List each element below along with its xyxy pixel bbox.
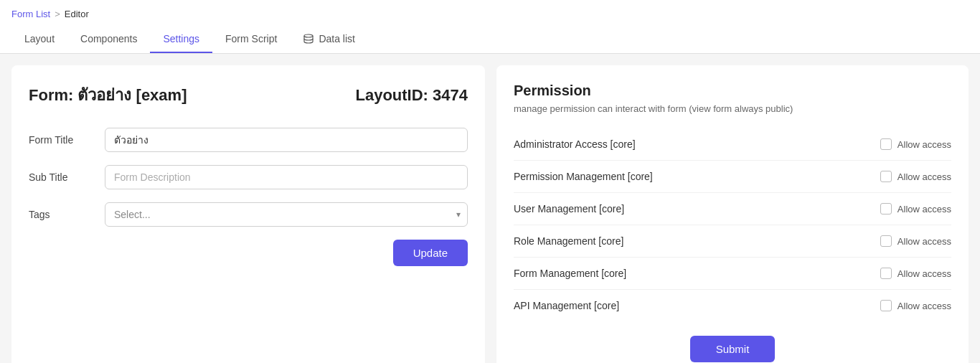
permission-name: Administrator Access [core] [514, 138, 636, 150]
permission-row: Administrator Access [core]Allow access [514, 128, 951, 161]
allow-access-label: Allow access [897, 139, 951, 150]
allow-access-checkbox[interactable] [880, 138, 892, 150]
permission-row: Permission Management [core]Allow access [514, 161, 951, 193]
permission-name: Permission Management [core] [514, 171, 653, 182]
permission-name: User Management [core] [514, 203, 624, 214]
form-header: Form: ตัวอย่าง [exam] LayoutID: 3474 [29, 82, 468, 108]
permission-row: API Management [core]Allow access [514, 290, 951, 321]
tab-form-script[interactable]: Form Script [212, 26, 290, 53]
form-title-input[interactable] [105, 128, 468, 152]
form-name-display: Form: ตัวอย่าง [exam] [29, 82, 187, 108]
allow-access-label: Allow access [897, 171, 951, 182]
permissions-list: Administrator Access [core]Allow accessP… [514, 128, 951, 321]
allow-access-label: Allow access [897, 268, 951, 279]
tags-select[interactable]: Select... [105, 202, 468, 227]
settings-form-panel: Form: ตัวอย่าง [exam] LayoutID: 3474 For… [11, 65, 485, 363]
tags-label: Tags [29, 209, 93, 220]
tab-components[interactable]: Components [67, 26, 150, 53]
layout-id-display: LayoutID: 3474 [356, 86, 468, 105]
sub-title-input[interactable] [105, 165, 468, 189]
form-title-label: Form Title [29, 134, 93, 146]
allow-access-label: Allow access [897, 236, 951, 247]
breadcrumb-editor: Editor [65, 9, 89, 19]
allow-access-wrapper: Allow access [880, 235, 951, 247]
breadcrumb: Form List > Editor [11, 0, 969, 25]
allow-access-checkbox[interactable] [880, 235, 892, 247]
tab-data-list[interactable]: Data list [290, 25, 368, 53]
allow-access-label: Allow access [897, 204, 951, 214]
database-icon [303, 32, 314, 44]
allow-access-checkbox[interactable] [880, 300, 892, 311]
tab-settings[interactable]: Settings [150, 26, 212, 53]
allow-access-checkbox[interactable] [880, 268, 892, 279]
breadcrumb-form-list[interactable]: Form List [11, 9, 50, 19]
submit-btn-row: Submit [514, 336, 951, 362]
permission-title: Permission [514, 82, 951, 99]
allow-access-checkbox[interactable] [880, 171, 892, 182]
permission-row: Role Management [core]Allow access [514, 225, 951, 258]
permission-name: API Management [core] [514, 300, 619, 311]
svg-point-0 [304, 34, 313, 37]
update-btn-row: Update [29, 240, 468, 266]
allow-access-wrapper: Allow access [880, 203, 951, 214]
sub-title-label: Sub Title [29, 171, 93, 183]
allow-access-label: Allow access [897, 301, 951, 311]
form-title-row: Form Title [29, 128, 468, 152]
update-button[interactable]: Update [393, 240, 468, 266]
allow-access-wrapper: Allow access [880, 268, 951, 279]
permission-panel: Permission manage permission can interac… [496, 65, 969, 363]
submit-button[interactable]: Submit [690, 336, 776, 362]
permission-row: User Management [core]Allow access [514, 193, 951, 225]
permission-name: Form Management [core] [514, 268, 626, 279]
allow-access-wrapper: Allow access [880, 171, 951, 182]
tags-select-wrapper: Select... ▾ [105, 202, 468, 227]
permission-row: Form Management [core]Allow access [514, 258, 951, 290]
sub-title-row: Sub Title [29, 165, 468, 189]
tags-row: Tags Select... ▾ [29, 202, 468, 227]
allow-access-wrapper: Allow access [880, 138, 951, 150]
permission-name: Role Management [core] [514, 235, 623, 247]
main-content: Form: ตัวอย่าง [exam] LayoutID: 3474 For… [0, 54, 980, 363]
allow-access-wrapper: Allow access [880, 300, 951, 311]
allow-access-checkbox[interactable] [880, 203, 892, 214]
permission-subtitle: manage permission can interact with form… [514, 103, 951, 114]
tab-layout[interactable]: Layout [11, 26, 67, 53]
breadcrumb-separator: > [55, 9, 60, 19]
tab-bar: Layout Components Settings Form Script D… [11, 25, 969, 53]
tab-data-list-label: Data list [319, 33, 355, 44]
